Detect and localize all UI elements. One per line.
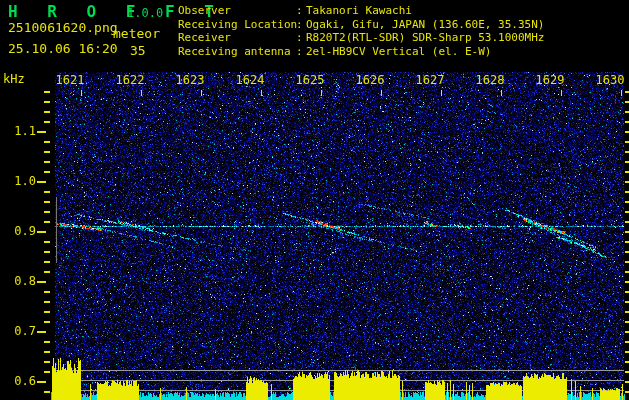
info-value: Ogaki, Gifu, JAPAN (136.60E, 35.35N): [306, 18, 544, 31]
x-tick-label: 1624: [230, 74, 270, 86]
echo-count: 35: [130, 44, 146, 57]
observation-info: Observer:Takanori KawachiReceiving Locat…: [178, 4, 544, 58]
y-tick-label: 1.1: [4, 125, 36, 137]
info-row: Receiver:R820T2(RTL-SDR) SDR-Sharp 53.10…: [178, 31, 544, 45]
x-tick-label: 1626: [350, 74, 390, 86]
y-tick-label: 0.8: [4, 275, 36, 287]
info-label: Observer: [178, 4, 296, 17]
y-tick-label: 0.6: [4, 375, 36, 387]
x-tick-label: 1630: [590, 74, 629, 86]
info-colon: :: [296, 4, 306, 17]
info-label: Receiving antenna: [178, 45, 296, 58]
output-filename: 2510061620.png: [8, 21, 118, 34]
x-tick-label: 1629: [530, 74, 570, 86]
x-tick-label: 1621: [50, 74, 90, 86]
y-tick-label: 0.7: [4, 325, 36, 337]
x-tick-label: 1622: [110, 74, 150, 86]
info-value: 2el-HB9CV Vertical (el. E-W): [306, 45, 491, 58]
info-row: Receiving Location:Ogaki, Gifu, JAPAN (1…: [178, 18, 544, 32]
y-tick-label: 0.9: [4, 225, 36, 237]
info-colon: :: [296, 18, 306, 31]
x-tick-label: 1623: [170, 74, 210, 86]
spectrogram-canvas: [0, 0, 629, 400]
info-label: Receiver: [178, 31, 296, 44]
app-version: 1.0.0: [127, 7, 163, 19]
x-tick-label: 1628: [470, 74, 510, 86]
info-row: Observer:Takanori Kawachi: [178, 4, 544, 18]
date-time: 25.10.06 16:20: [8, 42, 118, 55]
mode-label: meteor: [113, 27, 160, 40]
hrofft-screenshot: H R O F F T 1.0.0 2510061620.png meteor …: [0, 0, 629, 400]
info-row: Receiving antenna:2el-HB9CV Vertical (el…: [178, 45, 544, 59]
x-tick-label: 1625: [290, 74, 330, 86]
x-tick-label: 1627: [410, 74, 450, 86]
y-axis-unit: kHz: [3, 73, 25, 85]
info-value: R820T2(RTL-SDR) SDR-Sharp 53.1000MHz: [306, 31, 544, 44]
info-colon: :: [296, 31, 306, 44]
y-tick-label: 1.0: [4, 175, 36, 187]
info-label: Receiving Location: [178, 18, 296, 31]
info-colon: :: [296, 45, 306, 58]
info-value: Takanori Kawachi: [306, 4, 412, 17]
